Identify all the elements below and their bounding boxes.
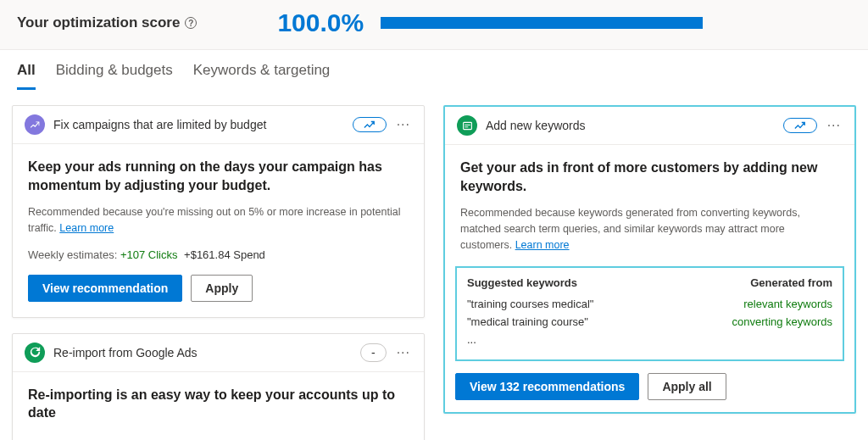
learn-more-link[interactable]: Learn more — [59, 222, 114, 234]
more-icon[interactable]: ··· — [395, 117, 412, 132]
more-icon[interactable]: ··· — [826, 118, 843, 133]
card-body: Re-importing is an easy way to keep your… — [13, 372, 424, 440]
kw-columns-head: Suggested keywords Generated from — [467, 276, 832, 289]
cards-col-right: Add new keywords ··· Get your ads in fro… — [443, 105, 856, 414]
card-header: Fix campaigns that are limited by budget… — [13, 106, 424, 144]
keyword-source: converting keywords — [732, 315, 833, 328]
svg-rect-2 — [465, 126, 468, 127]
cards-col-left: Fix campaigns that are limited by budget… — [12, 105, 425, 440]
card-title: Add new keywords — [486, 119, 775, 132]
card-body: Keep your ads running on the days your c… — [13, 144, 424, 275]
tab-keywords-targeting[interactable]: Keywords & targeting — [193, 62, 331, 90]
card-reason: Recommended because you're missing out o… — [28, 204, 409, 237]
keyword-row: ... — [467, 333, 832, 346]
keyword-source: relevant keywords — [743, 298, 832, 310]
score-label: Your optimization score ? — [17, 14, 197, 31]
estimate-spend: +$161.84 Spend — [184, 248, 265, 261]
keyword-term: "training courses medical" — [467, 298, 593, 310]
cards-grid: Fix campaigns that are limited by budget… — [0, 90, 868, 440]
card-actions: View 132 recommendations Apply all — [445, 373, 854, 412]
trend-badge[interactable]: - — [360, 343, 387, 362]
keyword-term: "medical training course" — [467, 315, 588, 328]
svg-rect-0 — [463, 122, 471, 129]
trend-up-icon — [364, 120, 376, 130]
apply-all-button[interactable]: Apply all — [648, 373, 726, 400]
estimate-label: Weekly estimates: — [28, 248, 117, 261]
more-icon[interactable]: ··· — [395, 345, 412, 360]
chart-up-icon — [25, 114, 45, 135]
generated-head: Generated from — [750, 276, 832, 289]
import-icon — [25, 343, 45, 363]
card-headline: Get your ads in front of more customers … — [460, 159, 839, 195]
suggested-head: Suggested keywords — [467, 276, 577, 289]
card-reason: Recommended because keywords generated f… — [460, 205, 839, 253]
keyword-term: ... — [467, 333, 476, 346]
keyword-icon — [457, 115, 477, 136]
apply-button[interactable]: Apply — [191, 275, 253, 302]
card-header: Re-import from Google Ads - ··· — [13, 334, 424, 372]
progress-fill — [381, 17, 703, 29]
reason-text: Recommended because keywords generated f… — [460, 207, 800, 251]
progress-track — [381, 17, 703, 29]
weekly-estimates: Weekly estimates: +107 Clicks +$161.84 S… — [28, 248, 409, 261]
card-add-keywords: Add new keywords ··· Get your ads in fro… — [443, 105, 856, 414]
help-icon[interactable]: ? — [185, 17, 197, 29]
score-label-text: Your optimization score — [17, 14, 180, 31]
tab-bidding-budgets[interactable]: Bidding & budgets — [56, 62, 173, 90]
card-headline: Re-importing is an easy way to keep your… — [28, 386, 409, 422]
tab-strip: All Bidding & budgets Keywords & targeti… — [0, 50, 868, 90]
view-recommendations-button[interactable]: View 132 recommendations — [455, 373, 639, 400]
card-reimport: Re-import from Google Ads - ··· Re-impor… — [12, 333, 425, 440]
optimization-score-bar: Your optimization score ? 100.0% — [0, 0, 868, 50]
card-fix-budget: Fix campaigns that are limited by budget… — [12, 105, 425, 318]
tab-all[interactable]: All — [17, 62, 36, 90]
card-actions: View recommendation Apply — [13, 275, 424, 317]
card-title: Re-import from Google Ads — [53, 346, 352, 359]
card-body: Get your ads in front of more customers … — [445, 145, 854, 266]
view-recommendation-button[interactable]: View recommendation — [28, 275, 182, 302]
suggested-keywords-box: Suggested keywords Generated from "train… — [455, 266, 844, 361]
learn-more-link[interactable]: Learn more — [515, 239, 570, 251]
card-header: Add new keywords ··· — [445, 107, 854, 145]
estimate-clicks: +107 Clicks — [120, 248, 178, 261]
keyword-row: "training courses medical" relevant keyw… — [467, 298, 832, 310]
trend-badge[interactable] — [353, 117, 387, 132]
trend-badge[interactable] — [783, 118, 817, 133]
trend-up-icon — [794, 120, 806, 131]
keyword-row: "medical training course" converting key… — [467, 315, 832, 328]
card-headline: Keep your ads running on the days your c… — [28, 158, 409, 194]
score-value: 100.0% — [277, 8, 364, 37]
card-title: Fix campaigns that are limited by budget — [53, 118, 344, 131]
svg-rect-1 — [465, 124, 470, 125]
